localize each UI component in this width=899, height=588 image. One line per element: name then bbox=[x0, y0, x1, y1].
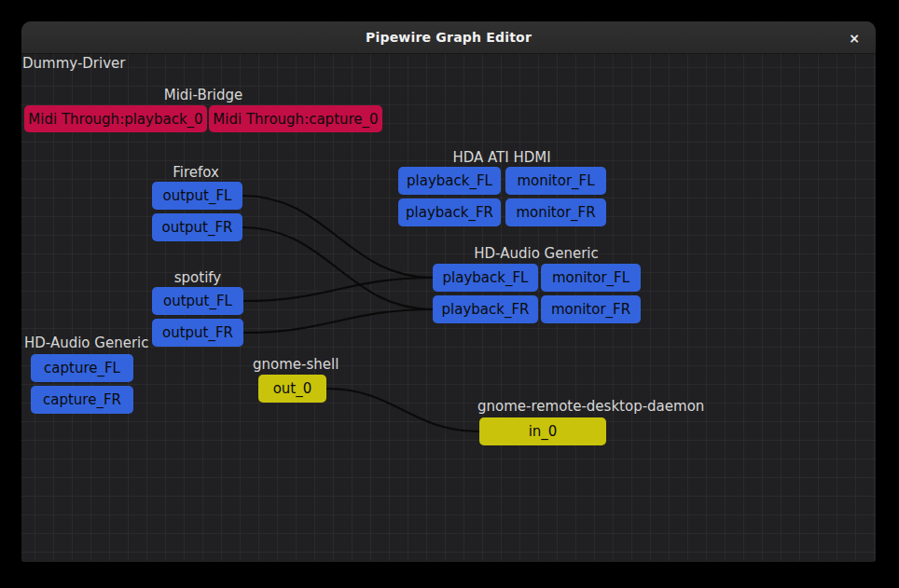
close-button[interactable]: × bbox=[842, 26, 866, 50]
graph-canvas[interactable]: Dummy-DriverMidi-BridgeMidi Through:play… bbox=[21, 54, 876, 561]
port-midi-bridge-midi-through-playback-0[interactable]: Midi Through:playback_0 bbox=[24, 105, 207, 132]
wire-gnome-shell-out_0-to-gnome-remote-desktop-daemon-in_0[interactable] bbox=[326, 389, 479, 431]
app-window: Pipewire Graph Editor × Dummy-DriverMidi… bbox=[21, 21, 876, 562]
port-spotify-output-fr[interactable]: output_FR bbox=[152, 319, 243, 347]
node-title-hd-audio-generic-capture[interactable]: HD-Audio Generic bbox=[24, 335, 148, 350]
port-hd-audio-generic-playback-monitor-fr[interactable]: monitor_FR bbox=[541, 295, 641, 323]
port-hda-ati-hdmi-playback-fl[interactable]: playback_FL bbox=[398, 167, 501, 195]
node-title-dummy-driver[interactable]: Dummy-Driver bbox=[22, 56, 125, 71]
port-gnome-remote-desktop-daemon-in-0[interactable]: in_0 bbox=[479, 417, 606, 445]
port-hd-audio-generic-capture-capture-fr[interactable]: capture_FR bbox=[31, 386, 133, 414]
port-hd-audio-generic-capture-capture-fl[interactable]: capture_FL bbox=[31, 354, 133, 382]
node-title-hda-ati-hdmi[interactable]: HDA ATI HDMI bbox=[452, 150, 550, 165]
port-hd-audio-generic-playback-monitor-fl[interactable]: monitor_FL bbox=[541, 264, 641, 292]
port-hda-ati-hdmi-monitor-fr[interactable]: monitor_FR bbox=[505, 198, 606, 226]
node-title-firefox[interactable]: Firefox bbox=[173, 165, 219, 180]
wire-spotify-output_FR-to-hd-audio-generic-playback-playback_FR[interactable] bbox=[243, 309, 433, 333]
window-title: Pipewire Graph Editor bbox=[366, 30, 532, 45]
port-hda-ati-hdmi-monitor-fl[interactable]: monitor_FL bbox=[505, 167, 606, 195]
port-spotify-output-fl[interactable]: output_FL bbox=[152, 287, 243, 315]
wire-firefox-output_FR-to-hd-audio-generic-playback-playback_FR[interactable] bbox=[242, 227, 433, 309]
desktop-background: Pipewire Graph Editor × Dummy-DriverMidi… bbox=[0, 0, 899, 588]
titlebar[interactable]: Pipewire Graph Editor × bbox=[21, 21, 876, 54]
port-firefox-output-fl[interactable]: output_FL bbox=[152, 182, 242, 210]
port-firefox-output-fr[interactable]: output_FR bbox=[152, 213, 242, 241]
wire-spotify-output_FL-to-hd-audio-generic-playback-playback_FL[interactable] bbox=[243, 278, 433, 301]
port-hd-audio-generic-playback-playback-fl[interactable]: playback_FL bbox=[433, 264, 538, 292]
node-title-gnome-shell[interactable]: gnome-shell bbox=[253, 357, 339, 372]
port-gnome-shell-out-0[interactable]: out_0 bbox=[258, 375, 326, 403]
node-title-hd-audio-generic-playback[interactable]: HD-Audio Generic bbox=[474, 246, 598, 261]
node-title-midi-bridge[interactable]: Midi-Bridge bbox=[164, 88, 243, 103]
port-hd-audio-generic-playback-playback-fr[interactable]: playback_FR bbox=[433, 295, 538, 323]
port-midi-bridge-midi-through-capture-0[interactable]: Midi Through:capture_0 bbox=[209, 105, 382, 132]
node-title-spotify[interactable]: spotify bbox=[174, 270, 221, 285]
port-hda-ati-hdmi-playback-fr[interactable]: playback_FR bbox=[398, 198, 501, 226]
node-title-gnome-remote-desktop-daemon[interactable]: gnome-remote-desktop-daemon bbox=[477, 399, 704, 414]
